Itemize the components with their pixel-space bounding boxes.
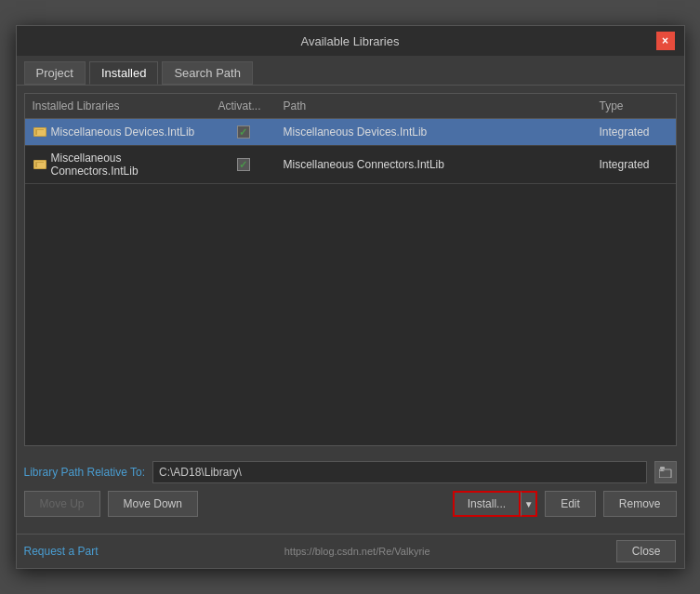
library-icon-1: [33, 157, 47, 172]
install-group: Install... ▼: [453, 491, 537, 517]
path-browse-button[interactable]: [654, 461, 677, 483]
library-path-row: Library Path Relative To:: [24, 461, 677, 483]
activate-checkbox-0[interactable]: [237, 125, 250, 139]
tabs-row: Project Installed Search Path: [17, 56, 684, 86]
library-path-input[interactable]: [152, 461, 646, 483]
available-libraries-dialog: Available Libraries × Project Installed …: [16, 25, 685, 569]
edit-button[interactable]: Edit: [545, 491, 596, 517]
cell-path-1: Miscellaneous Connectors.IntLib: [276, 156, 592, 173]
cell-activated-0[interactable]: [211, 124, 276, 140]
footer-row: Request a Part https://blog.csdn.net/Re/…: [17, 534, 684, 568]
table-row[interactable]: Miscellaneous Devices.IntLib Miscellaneo…: [25, 119, 676, 146]
browse-icon: [659, 467, 672, 478]
cell-activated-1[interactable]: [211, 156, 276, 173]
activate-checkbox-1[interactable]: [237, 158, 250, 171]
tab-project[interactable]: Project: [24, 61, 86, 85]
install-dropdown-arrow[interactable]: ▼: [521, 491, 537, 517]
close-button[interactable]: ×: [656, 32, 675, 50]
move-down-button[interactable]: Move Down: [108, 491, 198, 517]
content-area: Installed Libraries Activat... Path Type…: [17, 86, 684, 454]
tab-installed[interactable]: Installed: [89, 61, 158, 85]
col-header-activated: Activat...: [211, 98, 276, 114]
library-icon-0: [33, 125, 47, 139]
request-part-link[interactable]: Request a Part: [24, 545, 99, 558]
move-up-button[interactable]: Move Up: [24, 491, 100, 517]
table-row[interactable]: Miscellaneous Connectors.IntLib Miscella…: [25, 146, 676, 184]
cell-path-0: Miscellaneous Devices.IntLib: [276, 124, 592, 140]
url-text: https://blog.csdn.net/Re/Valkyrie: [284, 546, 430, 557]
col-header-name: Installed Libraries: [25, 98, 211, 114]
dialog-title: Available Libraries: [45, 34, 656, 48]
cell-type-0: Integrated: [592, 124, 676, 140]
svg-rect-7: [35, 162, 44, 163]
bottom-section: Library Path Relative To: Move Up Move D…: [17, 454, 684, 534]
cell-type-1: Integrated: [592, 156, 676, 173]
libraries-table: Installed Libraries Activat... Path Type…: [24, 93, 677, 446]
footer-close-button[interactable]: Close: [616, 540, 677, 562]
library-path-label: Library Path Relative To:: [24, 466, 146, 479]
buttons-row: Move Up Move Down Install... ▼ Edit Remo…: [24, 491, 677, 517]
cell-name-0: Miscellaneous Devices.IntLib: [25, 123, 211, 141]
title-bar: Available Libraries ×: [17, 26, 684, 56]
table-header: Installed Libraries Activat... Path Type: [25, 94, 676, 119]
tab-search-path[interactable]: Search Path: [162, 61, 253, 85]
install-button[interactable]: Install...: [453, 491, 521, 517]
col-header-type: Type: [592, 98, 676, 114]
remove-button[interactable]: Remove: [603, 491, 677, 517]
col-header-path: Path: [276, 98, 592, 114]
svg-rect-9: [660, 467, 665, 469]
cell-name-1: Miscellaneous Connectors.IntLib: [25, 150, 211, 179]
svg-rect-3: [35, 129, 44, 130]
